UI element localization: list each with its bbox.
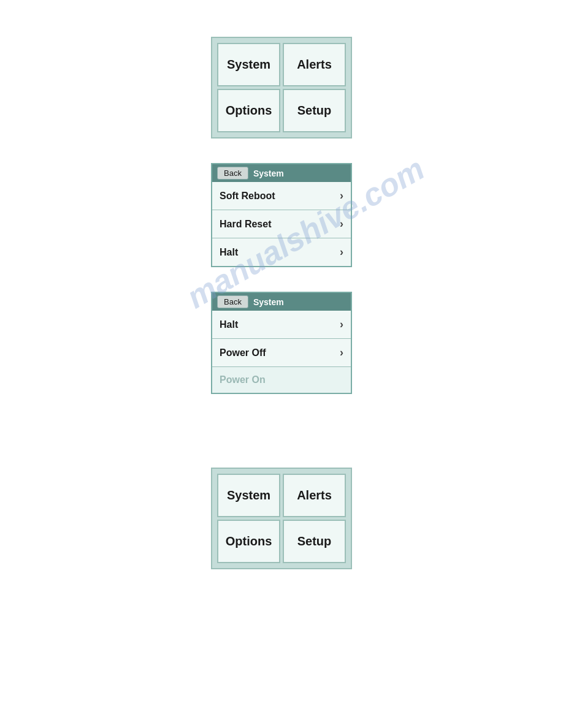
power-on-item: Power On [212, 367, 351, 393]
halt-label-2: Halt [220, 319, 238, 330]
halt-chevron-2: › [340, 318, 343, 331]
soft-reboot-label: Soft Reboot [220, 191, 275, 202]
system-button-1[interactable]: System [217, 43, 280, 86]
panel-title-1: System [253, 169, 284, 178]
system-panel-1: Back System Soft Reboot › Hard Reset › H… [211, 163, 352, 267]
system-button-2[interactable]: System [217, 474, 280, 517]
main-menu-grid-2: System Alerts Options Setup [211, 468, 352, 569]
power-off-item[interactable]: Power Off › [212, 339, 351, 367]
hard-reset-item[interactable]: Hard Reset › [212, 210, 351, 238]
power-off-label: Power Off [220, 347, 266, 358]
options-button-2[interactable]: Options [217, 520, 280, 563]
back-button-2[interactable]: Back [217, 295, 248, 308]
panel-title-2: System [253, 297, 284, 307]
panel-header-2: Back System [212, 293, 351, 311]
hard-reset-chevron: › [340, 218, 343, 230]
alerts-button-2[interactable]: Alerts [283, 474, 346, 517]
options-button-1[interactable]: Options [217, 89, 280, 132]
back-button-1[interactable]: Back [217, 167, 248, 180]
soft-reboot-item[interactable]: Soft Reboot › [212, 182, 351, 210]
panel-list-2: Halt › Power Off › Power On [212, 311, 351, 393]
system-panel-2: Back System Halt › Power Off › Power On [211, 292, 352, 394]
power-off-chevron: › [340, 346, 343, 359]
panel-list-1: Soft Reboot › Hard Reset › Halt › [212, 182, 351, 266]
setup-button-1[interactable]: Setup [283, 89, 346, 132]
soft-reboot-chevron: › [340, 189, 343, 202]
main-menu-grid-1: System Alerts Options Setup [211, 37, 352, 138]
halt-chevron-1: › [340, 246, 343, 259]
halt-item-2[interactable]: Halt › [212, 311, 351, 339]
panel-header-1: Back System [212, 164, 351, 182]
power-on-label: Power On [220, 374, 266, 385]
halt-item-1[interactable]: Halt › [212, 238, 351, 266]
hard-reset-label: Hard Reset [220, 219, 271, 230]
halt-label-1: Halt [220, 247, 238, 258]
alerts-button-1[interactable]: Alerts [283, 43, 346, 86]
page-container: System Alerts Options Setup Back System … [0, 0, 563, 569]
setup-button-2[interactable]: Setup [283, 520, 346, 563]
